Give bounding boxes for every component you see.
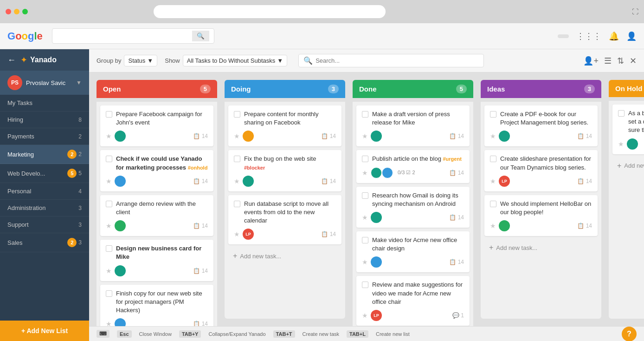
card-checkbox[interactable] (106, 290, 112, 297)
sidebar-item-my-tasks[interactable]: My Tasks (0, 95, 89, 111)
star-icon[interactable]: ★ (490, 132, 496, 140)
card-dn5[interactable]: Review and make suggestions for video we… (356, 276, 470, 326)
chrome-minimize-dot[interactable] (14, 9, 19, 14)
card-dn4[interactable]: Make video for Acme new office chair des… (356, 231, 470, 272)
card-i3[interactable]: We should implement HelloBar on our blog… (484, 195, 598, 236)
star-icon[interactable]: ★ (490, 222, 496, 230)
add-task-onhold[interactable]: + Add new task... (612, 158, 644, 174)
star-icon[interactable]: ★ (362, 169, 368, 177)
google-search-button[interactable]: 🔍 (192, 31, 209, 41)
star-icon[interactable]: ★ (362, 312, 368, 319)
star-icon[interactable]: ★ (234, 177, 240, 185)
star-icon[interactable]: ★ (362, 132, 368, 140)
card-o2[interactable]: Check if we could use Yanado for marketi… (100, 150, 213, 191)
card-checkbox[interactable] (490, 111, 496, 118)
card-checkbox[interactable] (490, 156, 496, 162)
google-user-icon[interactable]: 👤 (626, 31, 637, 41)
chrome-url-bar[interactable] (154, 5, 386, 18)
star-icon[interactable]: ★ (362, 258, 368, 266)
add-new-list-button[interactable]: + Add New List (0, 321, 89, 341)
card-checkbox[interactable] (362, 192, 368, 199)
card-checkbox[interactable] (234, 156, 240, 162)
google-search-box[interactable]: 🔍 (52, 28, 214, 44)
search-input[interactable] (316, 57, 479, 64)
star-icon[interactable]: ★ (106, 177, 112, 185)
show-select[interactable]: All Tasks to Do Without Subtasks ▼ (183, 55, 287, 66)
chrome-bar: ⛶ (0, 0, 644, 23)
chrome-expand-icon[interactable]: ⛶ (632, 8, 638, 15)
star-icon[interactable]: ★ (234, 230, 240, 238)
sidebar-item-marketing[interactable]: Marketing 2 2 (0, 145, 89, 164)
sidebar-header: ← ✦ Yanado (0, 49, 89, 71)
card-checkbox[interactable] (234, 201, 240, 207)
card-o3[interactable]: Arrange demo review with the client ★ 📋 … (100, 195, 213, 236)
star-icon[interactable]: ★ (106, 320, 112, 326)
card-dn3[interactable]: Research how Gmail is doing its syncing … (356, 187, 470, 228)
close-window-label: Close Window (139, 331, 172, 337)
collapse-icon[interactable]: ⇅ (617, 56, 624, 66)
card-dn2[interactable]: Publish article on the blog #urgent ★ 0/… (356, 150, 470, 183)
card-i2[interactable]: Create slideshare presentation for our T… (484, 150, 598, 191)
card-num: 📋 14 (321, 178, 336, 184)
google-sign-in[interactable] (558, 34, 569, 38)
card-checkbox[interactable] (490, 201, 496, 207)
card-checkbox[interactable] (234, 111, 240, 118)
chrome-maximize-dot[interactable] (22, 9, 28, 14)
card-avatar (499, 220, 510, 231)
list-view-icon[interactable]: ☰ (604, 56, 612, 66)
close-icon[interactable]: ✕ (630, 56, 637, 66)
toolbar-search[interactable]: 🔍 (298, 54, 484, 67)
card-dn1[interactable]: Make a draft version of press release fo… (356, 105, 470, 146)
card-checkbox[interactable] (106, 111, 112, 118)
card-checkbox[interactable] (106, 156, 112, 162)
card-avatar (382, 167, 393, 178)
group-by-select[interactable]: Status ▼ (124, 55, 157, 66)
card-checkbox[interactable] (106, 245, 112, 252)
card-num: 📋 14 (577, 178, 592, 184)
card-checkbox[interactable] (362, 156, 368, 162)
card-title: Create slideshare presentation for our T… (500, 155, 592, 171)
card-d3[interactable]: Run database script to move all events f… (228, 195, 341, 245)
card-o1[interactable]: Prepare Facebook campaign for John's eve… (100, 105, 213, 146)
sidebar-item-administration[interactable]: Administration 3 (0, 200, 89, 216)
card-avatar (243, 131, 254, 142)
star-icon[interactable]: ★ (106, 132, 112, 140)
chrome-close-dot[interactable] (6, 9, 11, 14)
card-d1[interactable]: Prepare content for monthly sharing on F… (228, 105, 341, 146)
card-d2[interactable]: Fix the bug on the web site #blocker ★ 📋… (228, 150, 341, 191)
card-checkbox[interactable] (106, 201, 112, 207)
card-o4[interactable]: Design new business card for Mike ★ 📋 14 (100, 240, 213, 281)
back-button[interactable]: ← (7, 55, 16, 65)
column-body-ideas: Create a PDF e-book for our Project Mana… (481, 102, 601, 319)
card-avatar: LP (499, 176, 510, 187)
star-icon[interactable]: ★ (362, 214, 368, 221)
card-checkbox[interactable] (618, 110, 625, 117)
sidebar-item-support[interactable]: Support 3 (0, 216, 89, 233)
help-button[interactable]: ? (622, 327, 637, 341)
card-i1[interactable]: Create a PDF e-book for our Project Mana… (484, 105, 598, 146)
star-icon[interactable]: ★ (106, 267, 112, 275)
star-icon[interactable]: ★ (490, 177, 496, 185)
star-icon[interactable]: ★ (106, 222, 112, 230)
card-checkbox[interactable] (362, 237, 368, 243)
sidebar-user[interactable]: PS Prvoslav Savic ▼ (0, 71, 89, 95)
card-checkbox[interactable] (362, 282, 368, 288)
sidebar-item-webdevelop[interactable]: Web Develo... 5 5 (0, 164, 89, 183)
google-apps-icon[interactable]: ⋮⋮⋮ (576, 31, 601, 41)
add-task-doing[interactable]: + Add new task... (228, 248, 341, 264)
card-checkbox[interactable] (362, 111, 368, 118)
add-task-plus-icon: + (489, 243, 493, 252)
star-icon[interactable]: ★ (234, 132, 240, 140)
sidebar-item-payments[interactable]: Payments 2 (0, 128, 89, 145)
sidebar-item-hiring[interactable]: Hiring 8 (0, 111, 89, 128)
google-search-input[interactable] (57, 33, 192, 40)
card-oh1[interactable]: As a business us... to set a due date...… (612, 105, 644, 154)
add-task-ideas[interactable]: + Add new task... (484, 240, 598, 256)
google-bell-icon[interactable]: 🔔 (609, 31, 619, 41)
add-user-icon[interactable]: 👤+ (583, 56, 599, 66)
card-o5[interactable]: Finish copy for our new web site for pro… (100, 285, 213, 327)
star-icon[interactable]: ★ (618, 140, 624, 148)
sidebar-item-personal[interactable]: Personal 4 (0, 183, 89, 200)
sidebar-item-sales[interactable]: Sales 2 3 (0, 233, 89, 252)
card-title: Research how Gmail is doing its syncing … (372, 191, 464, 208)
